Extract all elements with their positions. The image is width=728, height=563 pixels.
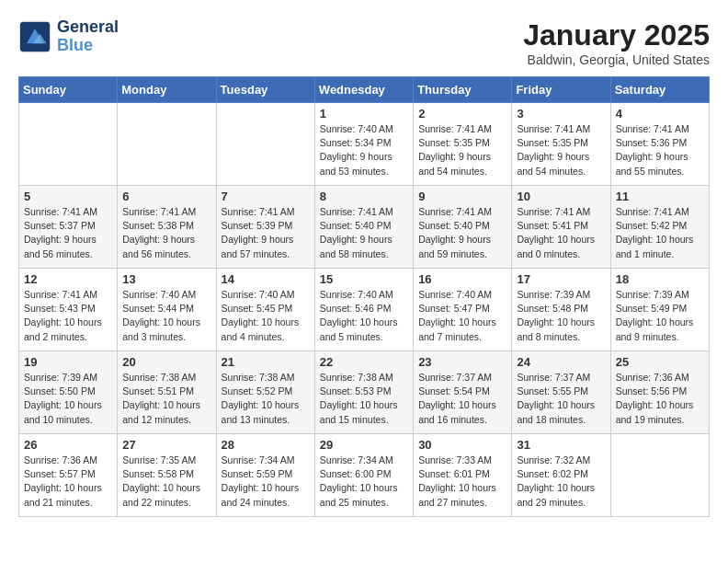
day-header-sunday: Sunday: [19, 77, 118, 103]
day-header-thursday: Thursday: [414, 77, 512, 103]
day-number: 25: [616, 355, 704, 369]
calendar-cell: 14Sunrise: 7:40 AM Sunset: 5:45 PM Dayli…: [216, 269, 314, 351]
calendar-cell: 17Sunrise: 7:39 AM Sunset: 5:48 PM Dayli…: [512, 269, 610, 351]
calendar-cell: 8Sunrise: 7:41 AM Sunset: 5:40 PM Daylig…: [314, 186, 413, 269]
calendar-cell: 31Sunrise: 7:32 AM Sunset: 6:02 PM Dayli…: [512, 434, 610, 517]
day-info: Sunrise: 7:37 AM Sunset: 5:54 PM Dayligh…: [418, 371, 506, 427]
calendar-cell: [216, 103, 314, 186]
calendar-cell: 30Sunrise: 7:33 AM Sunset: 6:01 PM Dayli…: [414, 434, 512, 517]
day-number: 28: [222, 438, 310, 452]
day-info: Sunrise: 7:38 AM Sunset: 5:51 PM Dayligh…: [122, 371, 210, 427]
calendar-cell: 10Sunrise: 7:41 AM Sunset: 5:41 PM Dayli…: [512, 186, 610, 269]
day-number: 24: [517, 355, 605, 369]
day-number: 30: [418, 438, 506, 452]
calendar-cell: 25Sunrise: 7:36 AM Sunset: 5:56 PM Dayli…: [610, 351, 709, 434]
calendar-cell: 26Sunrise: 7:36 AM Sunset: 5:57 PM Dayli…: [19, 434, 118, 517]
day-info: Sunrise: 7:41 AM Sunset: 5:38 PM Dayligh…: [122, 205, 210, 261]
calendar-cell: 1Sunrise: 7:40 AM Sunset: 5:34 PM Daylig…: [314, 103, 413, 186]
calendar-cell: 27Sunrise: 7:35 AM Sunset: 5:58 PM Dayli…: [118, 434, 216, 517]
calendar-body: 1Sunrise: 7:40 AM Sunset: 5:34 PM Daylig…: [19, 103, 710, 517]
month-title: January 2025: [523, 18, 710, 52]
calendar-cell: 19Sunrise: 7:39 AM Sunset: 5:50 PM Dayli…: [19, 351, 118, 434]
day-number: 17: [517, 272, 605, 286]
day-number: 8: [320, 190, 408, 203]
day-number: 10: [517, 190, 605, 203]
day-info: Sunrise: 7:41 AM Sunset: 5:37 PM Dayligh…: [24, 205, 112, 261]
day-info: Sunrise: 7:38 AM Sunset: 5:52 PM Dayligh…: [222, 371, 310, 427]
day-number: 1: [320, 107, 408, 121]
day-info: Sunrise: 7:41 AM Sunset: 5:39 PM Dayligh…: [222, 205, 310, 261]
calendar-cell: 7Sunrise: 7:41 AM Sunset: 5:39 PM Daylig…: [216, 186, 314, 269]
day-info: Sunrise: 7:41 AM Sunset: 5:36 PM Dayligh…: [616, 122, 704, 178]
day-header-wednesday: Wednesday: [314, 77, 413, 103]
day-info: Sunrise: 7:41 AM Sunset: 5:41 PM Dayligh…: [517, 205, 605, 261]
day-info: Sunrise: 7:41 AM Sunset: 5:43 PM Dayligh…: [24, 288, 112, 344]
calendar-cell: 22Sunrise: 7:38 AM Sunset: 5:53 PM Dayli…: [314, 351, 413, 434]
day-info: Sunrise: 7:39 AM Sunset: 5:49 PM Dayligh…: [616, 288, 704, 344]
day-info: Sunrise: 7:40 AM Sunset: 5:45 PM Dayligh…: [222, 288, 310, 344]
day-number: 3: [517, 107, 605, 121]
logo-line2: Blue: [57, 36, 93, 54]
logo-text: General Blue: [57, 18, 119, 55]
logo: General Blue: [18, 18, 119, 55]
day-info: Sunrise: 7:40 AM Sunset: 5:47 PM Dayligh…: [418, 288, 506, 344]
calendar-cell: 21Sunrise: 7:38 AM Sunset: 5:52 PM Dayli…: [216, 351, 314, 434]
calendar-cell: 5Sunrise: 7:41 AM Sunset: 5:37 PM Daylig…: [19, 186, 118, 269]
day-number: 13: [122, 272, 210, 286]
day-number: 26: [24, 438, 112, 452]
day-info: Sunrise: 7:37 AM Sunset: 5:55 PM Dayligh…: [517, 371, 605, 427]
day-info: Sunrise: 7:36 AM Sunset: 5:56 PM Dayligh…: [616, 371, 704, 427]
day-number: 12: [24, 272, 112, 286]
day-number: 29: [320, 438, 408, 452]
calendar-cell: 2Sunrise: 7:41 AM Sunset: 5:35 PM Daylig…: [414, 103, 512, 186]
day-number: 20: [122, 355, 210, 369]
calendar-cell: 24Sunrise: 7:37 AM Sunset: 5:55 PM Dayli…: [512, 351, 610, 434]
calendar-cell: 28Sunrise: 7:34 AM Sunset: 5:59 PM Dayli…: [216, 434, 314, 517]
day-info: Sunrise: 7:40 AM Sunset: 5:44 PM Dayligh…: [122, 288, 210, 344]
day-info: Sunrise: 7:40 AM Sunset: 5:46 PM Dayligh…: [320, 288, 408, 344]
calendar-cell: 12Sunrise: 7:41 AM Sunset: 5:43 PM Dayli…: [19, 269, 118, 351]
day-number: 2: [418, 107, 506, 121]
day-number: 21: [222, 355, 310, 369]
day-number: 18: [616, 272, 704, 286]
calendar-cell: 13Sunrise: 7:40 AM Sunset: 5:44 PM Dayli…: [118, 269, 216, 351]
week-row-1: 1Sunrise: 7:40 AM Sunset: 5:34 PM Daylig…: [19, 103, 710, 186]
day-info: Sunrise: 7:32 AM Sunset: 6:02 PM Dayligh…: [517, 454, 605, 510]
page-header: General Blue January 2025 Baldwin, Georg…: [18, 18, 710, 67]
logo-icon: [18, 20, 51, 53]
day-header-tuesday: Tuesday: [216, 77, 314, 103]
day-info: Sunrise: 7:41 AM Sunset: 5:35 PM Dayligh…: [418, 122, 506, 178]
day-info: Sunrise: 7:36 AM Sunset: 5:57 PM Dayligh…: [24, 454, 112, 510]
day-info: Sunrise: 7:41 AM Sunset: 5:35 PM Dayligh…: [517, 122, 605, 178]
calendar-header: SundayMondayTuesdayWednesdayThursdayFrid…: [19, 77, 710, 103]
day-number: 22: [320, 355, 408, 369]
day-header-monday: Monday: [118, 77, 216, 103]
calendar-cell: 15Sunrise: 7:40 AM Sunset: 5:46 PM Dayli…: [314, 269, 413, 351]
week-row-3: 12Sunrise: 7:41 AM Sunset: 5:43 PM Dayli…: [19, 269, 710, 351]
day-header-saturday: Saturday: [610, 77, 709, 103]
day-info: Sunrise: 7:38 AM Sunset: 5:53 PM Dayligh…: [320, 371, 408, 427]
title-block: January 2025 Baldwin, Georgia, United St…: [523, 18, 710, 67]
location: Baldwin, Georgia, United States: [523, 52, 710, 67]
day-number: 5: [24, 190, 112, 203]
day-number: 15: [320, 272, 408, 286]
calendar-cell: [610, 434, 709, 517]
day-info: Sunrise: 7:39 AM Sunset: 5:48 PM Dayligh…: [517, 288, 605, 344]
day-number: 23: [418, 355, 506, 369]
week-row-4: 19Sunrise: 7:39 AM Sunset: 5:50 PM Dayli…: [19, 351, 710, 434]
day-number: 31: [517, 438, 605, 452]
day-number: 19: [24, 355, 112, 369]
day-info: Sunrise: 7:39 AM Sunset: 5:50 PM Dayligh…: [24, 371, 112, 427]
day-number: 14: [222, 272, 310, 286]
day-info: Sunrise: 7:33 AM Sunset: 6:01 PM Dayligh…: [418, 454, 506, 510]
day-info: Sunrise: 7:34 AM Sunset: 6:00 PM Dayligh…: [320, 454, 408, 510]
week-row-5: 26Sunrise: 7:36 AM Sunset: 5:57 PM Dayli…: [19, 434, 710, 517]
day-number: 27: [122, 438, 210, 452]
calendar-cell: 9Sunrise: 7:41 AM Sunset: 5:40 PM Daylig…: [414, 186, 512, 269]
day-info: Sunrise: 7:35 AM Sunset: 5:58 PM Dayligh…: [122, 454, 210, 510]
calendar-cell: [118, 103, 216, 186]
calendar: SundayMondayTuesdayWednesdayThursdayFrid…: [18, 76, 710, 517]
day-number: 11: [616, 190, 704, 203]
day-number: 7: [222, 190, 310, 203]
calendar-cell: 4Sunrise: 7:41 AM Sunset: 5:36 PM Daylig…: [610, 103, 709, 186]
